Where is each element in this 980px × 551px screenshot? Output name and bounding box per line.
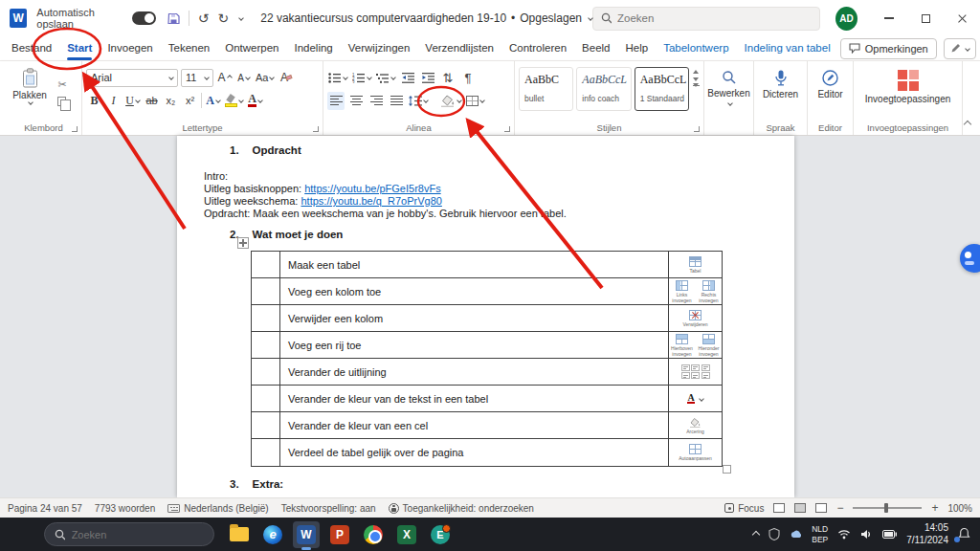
tab-beeld[interactable]: Beeld	[576, 36, 615, 61]
edge-icon[interactable]: e	[259, 521, 286, 548]
paragraph-marks-button[interactable]: ¶	[459, 69, 477, 87]
focus-mode-button[interactable]: Focus	[724, 503, 764, 514]
text-prediction-indicator[interactable]: Tekstvoorspelling: aan	[281, 503, 376, 514]
table-cell-text[interactable]: Verander de kleur van een cel	[280, 412, 669, 438]
tab-tabelontwerp[interactable]: Tabelontwerp	[657, 36, 734, 61]
battery-icon[interactable]	[882, 530, 897, 539]
style-card-info-coach[interactable]: AaBbCcL info coach	[576, 67, 631, 111]
table-cell-text[interactable]: Maak een tabel	[280, 252, 669, 277]
table-row[interactable]: Voeg een rij toe Hierboven invoegen Hier…	[252, 332, 722, 359]
decrease-indent-button[interactable]	[399, 69, 416, 87]
save-icon[interactable]	[167, 12, 180, 25]
subscript-button[interactable]: x₂	[163, 92, 179, 110]
align-right-button[interactable]	[368, 92, 385, 110]
taskbar-search[interactable]	[44, 522, 214, 546]
youtube-link-2[interactable]: https://youtu.be/q_R7oPrVg80	[301, 195, 442, 207]
web-layout-button[interactable]	[815, 503, 827, 513]
editor-button[interactable]: Editor	[812, 65, 849, 117]
paragraph-dialog-launcher[interactable]	[504, 126, 510, 132]
line-spacing-button[interactable]	[408, 92, 429, 110]
numbering-button[interactable]: 123	[351, 69, 372, 87]
table-cell-text[interactable]: Verander de uitlijning	[280, 359, 669, 385]
undo-icon[interactable]: ↺	[198, 11, 210, 25]
table-cell-checkbox[interactable]	[252, 412, 280, 438]
bold-button[interactable]: B	[86, 92, 102, 110]
table-cell-checkbox[interactable]	[252, 439, 280, 466]
font-dialog-launcher[interactable]	[313, 126, 319, 132]
hidden-icons-chevron[interactable]	[752, 530, 760, 538]
table-row[interactable]: Maak een tabel Tabel	[252, 252, 722, 278]
underline-button[interactable]: U	[124, 92, 141, 110]
table-cell-checkbox[interactable]	[252, 359, 280, 385]
style-card-bullet[interactable]: AaBbC bullet	[519, 67, 573, 111]
read-mode-button[interactable]	[773, 503, 785, 513]
zoom-in-button[interactable]: +	[931, 501, 938, 515]
table-resize-handle[interactable]	[723, 465, 731, 474]
font-size-select[interactable]: 11	[181, 69, 213, 87]
document-title[interactable]: 22 vakantiecursus computervaardigheden 1…	[260, 11, 592, 25]
table-move-handle[interactable]	[237, 237, 249, 249]
file-explorer-icon[interactable]	[226, 521, 253, 548]
justify-button[interactable]	[388, 92, 405, 110]
cut-icon[interactable]: ✂	[57, 78, 66, 91]
shield-icon[interactable]	[768, 528, 780, 540]
chrome-icon[interactable]	[360, 521, 387, 548]
language-switcher[interactable]: NLD BEP	[812, 524, 828, 543]
borders-button[interactable]	[465, 92, 485, 110]
taskbar-clock[interactable]: 14:05 7/11/2024	[906, 522, 948, 546]
tab-help[interactable]: Help	[619, 36, 654, 61]
document-page[interactable]: 1.Opdracht Intro: Uitleg basisknoppen: h…	[177, 136, 794, 497]
increase-indent-button[interactable]	[419, 69, 436, 87]
autosave-toggle[interactable]	[132, 11, 156, 25]
font-name-select[interactable]: Arial	[86, 69, 178, 87]
avatar[interactable]: AD	[835, 7, 858, 31]
maximize-button[interactable]	[907, 0, 944, 36]
sort-button[interactable]: ⇅	[439, 69, 457, 87]
paste-button[interactable]: Plakken	[10, 65, 50, 104]
table-cell-text[interactable]: Verander de kleur van de tekst in een ta…	[280, 386, 669, 411]
font-color-button[interactable]: A	[247, 92, 263, 110]
wifi-icon[interactable]	[837, 529, 851, 540]
table-cell-text[interactable]: Voeg een rij toe	[280, 332, 669, 358]
notifications-button[interactable]	[958, 526, 970, 543]
scroll-down-icon[interactable]	[693, 77, 699, 81]
floating-widget-bubble[interactable]	[960, 244, 980, 273]
highlight-color-button[interactable]	[224, 92, 244, 110]
gallery-expand-icon[interactable]	[693, 85, 700, 104]
tab-controleren[interactable]: Controleren	[503, 36, 572, 61]
grow-font-button[interactable]: A	[216, 69, 233, 87]
align-left-button[interactable]	[327, 92, 345, 110]
table-row[interactable]: Verander de kleur van de tekst in een ta…	[252, 386, 722, 412]
task-table[interactable]: Maak een tabel Tabel Voeg een kolom toe …	[251, 251, 723, 467]
document-area[interactable]: 1.Opdracht Intro: Uitleg basisknoppen: h…	[0, 136, 980, 497]
powerpoint-icon[interactable]: P	[326, 521, 353, 548]
table-cell-checkbox[interactable]	[252, 305, 280, 331]
addins-button[interactable]: Invoegtoepassingen	[858, 65, 958, 117]
tab-start[interactable]: Start	[61, 36, 98, 61]
clear-formatting-button[interactable]: A	[278, 69, 294, 87]
notification-app-icon[interactable]: E	[427, 521, 454, 548]
multilevel-list-button[interactable]	[375, 69, 396, 87]
zoom-level[interactable]: 100%	[947, 503, 972, 514]
tab-bestand[interactable]: Bestand	[6, 36, 57, 61]
align-center-button[interactable]	[347, 92, 365, 110]
minimize-button[interactable]	[871, 0, 907, 36]
shrink-font-button[interactable]: A	[235, 69, 252, 87]
zoom-out-button[interactable]: −	[836, 501, 843, 515]
word-logo-icon[interactable]: W	[10, 9, 27, 28]
table-row[interactable]: Verander de uitlijning	[252, 359, 722, 386]
taskbar-search-input[interactable]	[72, 529, 204, 540]
chevron-down-icon[interactable]	[238, 15, 244, 21]
table-row[interactable]: Voeg een kolom toe Links invoegen Rechts…	[252, 278, 722, 305]
styles-dialog-launcher[interactable]	[694, 126, 700, 132]
onedrive-icon[interactable]	[790, 529, 802, 540]
table-cell-text[interactable]: Verwijder een kolom	[280, 305, 669, 331]
volume-icon[interactable]	[860, 529, 873, 540]
excel-icon[interactable]: X	[393, 521, 420, 548]
strikethrough-button[interactable]: ab	[144, 92, 160, 110]
youtube-link-1[interactable]: https://youtu.be/pFGeI5r8vFs	[304, 183, 440, 194]
scroll-up-icon[interactable]	[693, 70, 699, 74]
tab-invoegen[interactable]: Invoegen	[101, 36, 158, 61]
table-cell-checkbox[interactable]	[252, 278, 280, 304]
collapse-ribbon-icon[interactable]	[964, 121, 971, 128]
